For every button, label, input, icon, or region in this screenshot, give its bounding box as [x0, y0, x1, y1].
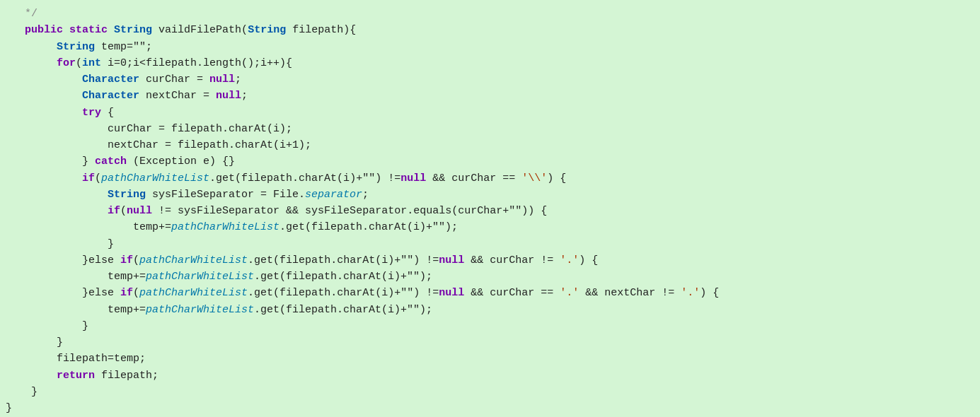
code-line: Character curChar = null;: [6, 71, 980, 88]
code-token: [6, 41, 57, 53]
code-token: static: [69, 24, 108, 36]
code-token: (: [120, 205, 127, 217]
code-line: for(int i=0;i<filepath.length();i++){: [6, 55, 980, 71]
code-token: ;: [235, 74, 241, 86]
code-token: [6, 189, 108, 201]
code-line: String sysFileSeparator = File.separator…: [6, 187, 980, 203]
code-token: [6, 24, 25, 36]
code-token: null: [439, 287, 464, 299]
code-token: temp+=: [133, 221, 171, 233]
code-token: nextChar =: [139, 90, 216, 102]
code-token: [6, 205, 108, 217]
code-token: int: [82, 57, 101, 69]
code-token: if: [120, 254, 133, 266]
code-token: && curChar ==: [426, 172, 521, 184]
code-token: [6, 287, 82, 299]
code-token: String: [57, 41, 95, 53]
code-token: (Exception e) {}: [127, 155, 235, 168]
code-line: */: [6, 6, 980, 22]
code-token: [6, 155, 82, 168]
code-token: {: [101, 107, 114, 119]
code-token: ;: [362, 189, 369, 201]
code-token: (: [76, 57, 82, 69]
code-token: temp+=: [108, 271, 146, 283]
code-token: }: [108, 238, 114, 250]
code-token: separator: [305, 189, 362, 201]
code-token: null: [400, 172, 426, 184]
code-token: [6, 353, 57, 365]
code-line: }: [6, 236, 980, 252]
code-token: [6, 370, 57, 382]
code-token: filepath){: [286, 24, 356, 36]
code-line: filepath=temp;: [6, 351, 980, 367]
code-token: (: [133, 287, 139, 299]
code-line: curChar = filepath.charAt(i);: [6, 121, 980, 137]
code-token: pathCharWhiteList: [139, 287, 248, 299]
code-token: for: [57, 57, 76, 69]
code-token: ) {: [700, 287, 719, 299]
code-token: ) {: [547, 172, 566, 184]
code-line: }: [6, 334, 980, 351]
code-token: [6, 386, 31, 398]
code-token: [6, 320, 82, 332]
code-token: */: [6, 8, 38, 20]
code-token: (: [133, 254, 139, 266]
code-token: public: [25, 24, 63, 36]
code-token: '.': [560, 287, 579, 299]
code-token: [6, 139, 108, 151]
code-token: vaildFilePath(: [152, 24, 248, 36]
code-token: if: [120, 287, 133, 299]
code-token: }: [31, 386, 38, 398]
code-token: [6, 336, 57, 348]
code-token: .get(filepath.charAt(i)+"");: [279, 221, 458, 233]
code-token: (: [95, 172, 101, 184]
code-token: String: [248, 24, 286, 36]
code-token: temp="";: [95, 41, 152, 53]
code-token: Character: [82, 90, 139, 102]
code-line: public static String vaildFilePath(Strin…: [6, 22, 980, 38]
code-token: if: [108, 205, 120, 217]
code-line: }: [6, 318, 980, 334]
code-line: }else if(pathCharWhiteList.get(filepath.…: [6, 285, 980, 301]
code-token: }: [6, 402, 12, 414]
code-token: && nextChar !=: [579, 287, 681, 299]
code-token: null: [127, 205, 152, 217]
code-line: } catch (Exception e) {}: [6, 153, 980, 170]
code-line: }else if(pathCharWhiteList.get(filepath.…: [6, 252, 980, 269]
code-token: pathCharWhiteList: [139, 254, 248, 266]
code-token: [6, 123, 108, 135]
code-token: '\\': [521, 172, 547, 184]
code-token: catch: [95, 155, 127, 168]
code-token: pathCharWhiteList: [101, 172, 209, 184]
code-token: [6, 107, 82, 119]
code-token: pathCharWhiteList: [146, 304, 254, 316]
code-token: ;: [241, 90, 248, 102]
code-token: return: [57, 370, 95, 382]
code-token: .get(filepath.charAt(i)+"");: [254, 304, 432, 316]
code-token: [6, 57, 57, 69]
code-token: null: [209, 74, 235, 86]
code-token: curChar =: [139, 74, 209, 86]
code-line: Character nextChar = null;: [6, 88, 980, 104]
code-token: [6, 238, 108, 250]
code-token: [6, 271, 108, 283]
code-token: [6, 304, 108, 316]
code-token: '.': [560, 254, 579, 266]
code-line: temp+=pathCharWhiteList.get(filepath.cha…: [6, 269, 980, 285]
code-token: pathCharWhiteList: [146, 271, 254, 283]
code-token: }else: [82, 287, 120, 299]
code-token: .get(filepath.charAt(i)+"") !=: [248, 287, 439, 299]
code-token: if: [82, 172, 95, 184]
code-token: filepath=temp;: [57, 353, 146, 365]
code-token: [6, 172, 82, 184]
code-token: nextChar = filepath.charAt(i+1);: [108, 139, 311, 151]
code-line: try {: [6, 105, 980, 121]
code-container: */ public static String vaildFilePath(St…: [6, 6, 980, 416]
code-line: return filepath;: [6, 368, 980, 384]
code-token: }: [82, 155, 95, 168]
code-token: [6, 90, 82, 102]
code-token: [6, 254, 82, 266]
code-line: nextChar = filepath.charAt(i+1);: [6, 137, 980, 153]
code-line: if(null != sysFileSeparator && sysFileSe…: [6, 203, 980, 219]
code-token: && curChar !=: [464, 254, 560, 266]
